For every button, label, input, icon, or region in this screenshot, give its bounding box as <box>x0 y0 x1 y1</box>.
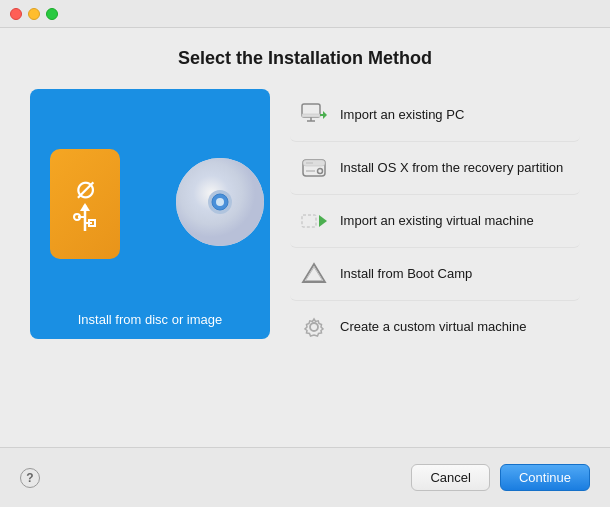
left-panel-label: Install from disc or image <box>30 312 270 327</box>
cancel-button[interactable]: Cancel <box>411 464 489 491</box>
bootcamp-icon <box>300 260 328 288</box>
option-install-recovery[interactable]: Install OS X from the recovery partition <box>290 142 580 195</box>
option-bootcamp[interactable]: Install from Boot Camp <box>290 248 580 301</box>
option-custom-vm-label: Create a custom virtual machine <box>340 319 526 336</box>
usb-arrows-icon <box>70 203 100 238</box>
option-install-recovery-label: Install OS X from the recovery partition <box>340 160 563 177</box>
right-panel: Import an existing PC Install OS X from … <box>270 89 580 431</box>
gear-icon <box>300 313 328 341</box>
hdd-icon <box>300 154 328 182</box>
svg-marker-7 <box>80 203 90 211</box>
left-panel[interactable]: ⌀ Install from disc or image <box>30 89 270 339</box>
bottom-bar: ? Cancel Continue <box>0 447 610 507</box>
option-import-vm-label: Import an existing virtual machine <box>340 213 534 230</box>
title-bar <box>0 0 610 28</box>
option-import-pc-label: Import an existing PC <box>340 107 464 124</box>
monitor-arrow-icon <box>300 101 328 129</box>
svg-point-9 <box>74 214 80 220</box>
svg-point-5 <box>216 198 224 206</box>
svg-point-27 <box>310 323 318 331</box>
svg-point-20 <box>318 169 323 174</box>
arrow-green-icon <box>300 207 328 235</box>
option-bootcamp-label: Install from Boot Camp <box>340 266 472 283</box>
option-import-pc[interactable]: Import an existing PC <box>290 89 580 142</box>
option-import-vm[interactable]: Import an existing virtual machine <box>290 195 580 248</box>
option-custom-vm[interactable]: Create a custom virtual machine <box>290 301 580 353</box>
svg-rect-15 <box>302 114 320 117</box>
content-area: ⌀ Install from disc or image <box>30 89 580 431</box>
usb-symbol: ⌀ <box>76 171 95 203</box>
svg-rect-23 <box>302 215 316 227</box>
continue-button[interactable]: Continue <box>500 464 590 491</box>
help-button[interactable]: ? <box>20 468 40 488</box>
maximize-button[interactable] <box>46 8 58 20</box>
cd-icon <box>170 154 270 254</box>
close-button[interactable] <box>10 8 22 20</box>
minimize-button[interactable] <box>28 8 40 20</box>
page-title: Select the Installation Method <box>30 48 580 69</box>
main-content: Select the Installation Method <box>0 28 610 431</box>
usb-device-icon: ⌀ <box>50 149 120 259</box>
svg-marker-24 <box>319 215 327 227</box>
bottom-right-buttons: Cancel Continue <box>411 464 590 491</box>
